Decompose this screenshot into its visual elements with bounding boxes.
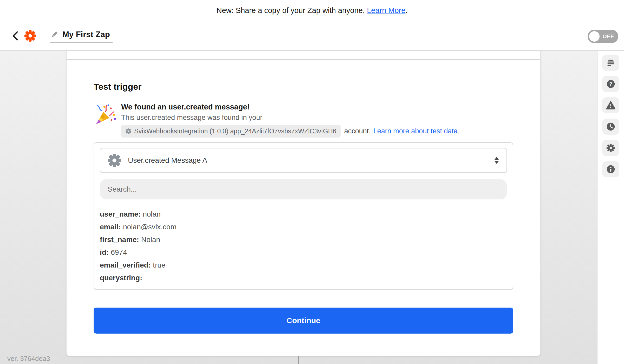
info-icon [606, 165, 615, 174]
test-result-title: We found an user.created message! [121, 103, 459, 111]
right-toolbar: ? [597, 51, 624, 364]
zap-title-editor[interactable]: My First Zap [50, 29, 113, 43]
sample-fields-list: user_name:nolan email:nolan@svix.com fir… [100, 208, 507, 284]
pencil-icon [50, 31, 58, 38]
field-row: email:nolan@svix.com [100, 220, 507, 233]
test-result-texts: We found an user.created message! This u… [121, 102, 459, 138]
step-connector-line [298, 356, 299, 364]
sample-record-box: User.created Message A user_name:nolan e… [94, 142, 513, 290]
learn-more-link[interactable]: Learn More [367, 6, 405, 15]
back-button[interactable] [10, 30, 20, 42]
toggle-knob [589, 31, 600, 42]
account-chip-label: SvixWebhooksIntegration (1.0.0) app_24Az… [134, 127, 336, 135]
field-row: id:6974 [100, 246, 507, 259]
continue-button[interactable]: Continue [94, 308, 513, 334]
warning-icon [606, 101, 615, 110]
history-clock-icon [606, 122, 615, 131]
promo-banner-period: . [405, 6, 407, 15]
learn-more-test-data-link[interactable]: Learn more about test data. [373, 127, 460, 135]
settings-gear-icon [606, 143, 615, 153]
warning-button[interactable] [602, 97, 619, 113]
field-row: user_name:nolan [100, 208, 507, 220]
test-result-line: This user.created message was found in y… [121, 114, 459, 122]
info-button[interactable] [602, 161, 619, 177]
chevron-left-icon [12, 31, 18, 41]
help-button[interactable]: ? [602, 76, 619, 92]
section-divider [67, 51, 540, 60]
settings-button[interactable] [602, 140, 619, 156]
account-suffix: account. [344, 127, 371, 135]
zap-editor: New: Share a copy of your Zap with anyon… [0, 0, 624, 364]
message-select[interactable]: User.created Message A [100, 148, 507, 173]
notes-button[interactable] [602, 55, 619, 71]
notes-icon [606, 58, 615, 67]
history-button[interactable] [602, 119, 619, 135]
party-popper-icon [94, 103, 116, 126]
editor-header: My First Zap OFF [0, 21, 624, 51]
test-trigger-heading: Test trigger [94, 82, 513, 92]
account-chip: SvixWebhooksIntegration (1.0.0) app_24Az… [121, 125, 341, 138]
asterisk-icon [125, 128, 132, 134]
search-input[interactable] [100, 179, 507, 199]
account-row: SvixWebhooksIntegration (1.0.0) app_24Az… [121, 125, 459, 138]
svg-text:?: ? [609, 81, 612, 87]
promo-banner-text: New: Share a copy of your Zap with anyon… [216, 6, 365, 15]
asterisk-icon [107, 153, 122, 168]
promo-banner: New: Share a copy of your Zap with anyon… [0, 0, 624, 21]
version-label: ver. 3764dea3 [7, 355, 50, 363]
zapier-logo-icon [24, 30, 36, 42]
help-icon: ? [606, 79, 615, 89]
field-row: querystring: [100, 271, 507, 284]
zap-title: My First Zap [62, 30, 110, 39]
zap-on-off-toggle[interactable]: OFF [588, 30, 618, 43]
test-result-row: We found an user.created message! This u… [94, 102, 513, 138]
field-row: first_name:Nolan [100, 233, 507, 246]
selected-message-label: User.created Message A [128, 156, 207, 165]
select-arrows-icon [495, 157, 499, 164]
trigger-step-card: Test trigger We found an user.created me… [66, 51, 541, 356]
field-row: email_verified:true [100, 259, 507, 271]
toggle-state-label: OFF [603, 33, 614, 40]
